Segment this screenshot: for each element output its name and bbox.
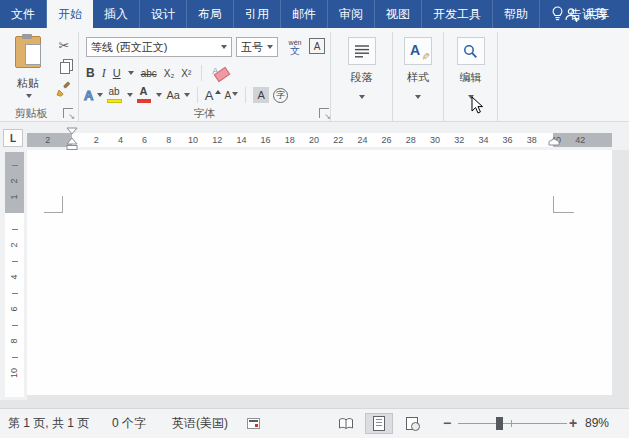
character-border-button[interactable]: A <box>309 38 325 54</box>
paragraph-group-button[interactable]: 段落 <box>331 28 392 122</box>
print-layout-button[interactable] <box>365 413 393 434</box>
font-color-button[interactable]: A <box>137 87 152 103</box>
superscript-button[interactable]: X² <box>181 68 191 79</box>
web-layout-icon <box>406 417 419 430</box>
copy-button[interactable] <box>52 57 76 76</box>
tab-help[interactable]: 帮助 <box>493 0 540 28</box>
format-painter-button[interactable] <box>52 79 76 98</box>
chevron-down-icon[interactable] <box>267 45 273 49</box>
ruler-number: 8 <box>7 331 21 351</box>
font-color-icon: A <box>137 87 152 103</box>
highlight-color-button[interactable]: ab <box>107 87 123 103</box>
crop-mark-top-left <box>44 196 63 213</box>
zoom-out-button[interactable]: − <box>443 409 451 438</box>
tab-layout[interactable]: 布局 <box>187 0 234 28</box>
highlight-dropdown-arrow[interactable] <box>127 93 133 97</box>
separator <box>245 87 246 103</box>
crop-mark-top-right <box>553 196 574 213</box>
format-painter-brush-icon <box>56 81 72 97</box>
styles-group-button[interactable]: A✎ 样式 <box>393 28 443 122</box>
tab-mailings[interactable]: 邮件 <box>281 0 328 28</box>
zoom-slider-track[interactable] <box>458 423 567 424</box>
underline-button[interactable]: U <box>113 67 121 79</box>
font-name-combo[interactable]: 等线 (西文正文) <box>86 37 232 57</box>
right-indent-marker[interactable] <box>548 138 560 146</box>
tab-file[interactable]: 文件 <box>0 0 47 28</box>
tab-insert[interactable]: 插入 <box>93 0 140 28</box>
document-area: 21246810 <box>0 150 629 408</box>
strikethrough-button[interactable]: abc <box>141 68 157 79</box>
word-window: 文件开始插入设计布局引用邮件审阅视图开发工具帮助 告诉我 共享 粘贴 ✂ <box>0 0 629 438</box>
ruler-tick <box>12 165 18 166</box>
enclose-characters-button[interactable]: 字 <box>273 88 288 103</box>
ruler-number: 20 <box>309 133 319 147</box>
change-case-button[interactable]: Aa <box>166 89 179 101</box>
underline-dropdown-arrow[interactable] <box>128 71 134 75</box>
read-mode-button[interactable] <box>332 413 360 434</box>
separator <box>201 65 202 81</box>
tab-review[interactable]: 审阅 <box>328 0 375 28</box>
text-effects-dropdown-arrow[interactable] <box>97 93 103 97</box>
tab-view[interactable]: 视图 <box>375 0 422 28</box>
tab-references[interactable]: 引用 <box>234 0 281 28</box>
font-name-value: 等线 (西文正文) <box>91 40 167 55</box>
page-number-status[interactable]: 第 1 页, 共 1 页 <box>8 409 89 438</box>
bold-button[interactable]: B <box>86 66 95 80</box>
macro-recording-icon[interactable] <box>247 418 260 429</box>
share-button[interactable]: 共享 <box>564 0 609 28</box>
hanging-indent-marker[interactable] <box>66 137 78 145</box>
zoom-in-button[interactable]: + <box>569 409 577 438</box>
ruler-number: 32 <box>454 133 464 147</box>
ruler-number: 34 <box>478 133 488 147</box>
font-group-label: 字体 <box>79 106 330 121</box>
font-color-dropdown-arrow[interactable] <box>156 93 162 97</box>
ruler-number: 42 <box>575 133 585 147</box>
grow-font-button[interactable]: A <box>205 88 221 103</box>
word-count-status[interactable]: 0 个字 <box>112 409 146 438</box>
paragraph-dropdown-arrow[interactable] <box>359 95 365 99</box>
clipboard-dialog-launcher[interactable] <box>63 108 73 118</box>
tab-home[interactable]: 开始 <box>47 0 93 28</box>
zoom-slider-thumb[interactable] <box>496 417 503 430</box>
tab-stop-selector[interactable]: L <box>3 129 23 147</box>
tab-developer[interactable]: 开发工具 <box>422 0 493 28</box>
horizontal-ruler[interactable]: L 22468101214161820222426283032343638404… <box>0 122 629 150</box>
font-size-combo[interactable]: 五号 <box>236 37 278 57</box>
paste-dropdown-arrow[interactable] <box>26 94 32 98</box>
font-row-2: B I U abc X₂ X² A <box>86 64 228 82</box>
language-status[interactable]: 英语(美国) <box>172 409 228 438</box>
paste-button[interactable]: 粘贴 <box>6 34 50 100</box>
lightbulb-icon <box>551 6 564 22</box>
change-case-dropdown-arrow[interactable] <box>184 93 190 97</box>
enclose-character-icon: 字 <box>273 88 288 103</box>
tab-design[interactable]: 设计 <box>140 0 187 28</box>
share-person-icon <box>564 7 580 22</box>
separator <box>197 87 198 103</box>
text-effects-button[interactable]: A <box>84 88 93 103</box>
first-line-indent-marker[interactable] <box>66 127 78 135</box>
grow-font-icon: A <box>205 88 214 103</box>
italic-button[interactable]: I <box>102 66 106 81</box>
character-shading-button[interactable]: A <box>253 87 269 103</box>
ruler-number: 30 <box>430 133 440 147</box>
font-row-3: A ab A Aa A A <box>84 85 288 105</box>
editing-group-label: 编辑 <box>444 70 497 85</box>
chevron-down-icon[interactable] <box>221 45 227 49</box>
zoom-level[interactable]: 89% <box>585 409 609 438</box>
ruler-number: 10 <box>7 363 21 383</box>
copy-icon <box>60 61 69 72</box>
clear-formatting-button[interactable]: A <box>212 66 228 80</box>
print-layout-icon <box>373 416 385 431</box>
phonetic-guide-button[interactable]: wén 文 <box>284 36 306 58</box>
cut-button[interactable]: ✂ <box>52 36 76 55</box>
styles-dropdown-arrow[interactable] <box>415 95 421 99</box>
ribbon-tabs: 文件开始插入设计布局引用邮件审阅视图开发工具帮助 <box>0 0 540 28</box>
web-layout-button[interactable] <box>398 413 426 434</box>
vertical-ruler[interactable]: 21246810 <box>0 150 27 400</box>
document-page[interactable] <box>27 150 612 395</box>
ruler-number: 8 <box>166 133 171 147</box>
character-border-icon: A <box>309 38 325 54</box>
subscript-button[interactable]: X₂ <box>164 68 175 79</box>
shrink-font-button[interactable]: A <box>225 90 239 101</box>
font-dialog-launcher[interactable] <box>319 108 329 118</box>
